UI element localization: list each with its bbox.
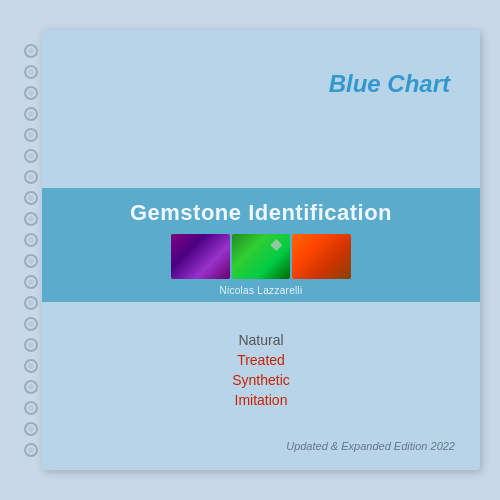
spiral-ring <box>24 380 38 394</box>
book-container: Blue Chart Gemstone Identification Nicol… <box>20 20 480 480</box>
spiral-ring <box>24 422 38 436</box>
spiral-ring <box>24 149 38 163</box>
spiral-ring <box>24 86 38 100</box>
spiral-ring <box>24 338 38 352</box>
top-section: Blue Chart <box>42 30 480 188</box>
spiral-ring <box>24 107 38 121</box>
gemstone-image-strip <box>171 234 351 279</box>
gemstone-image-green <box>232 234 291 279</box>
spiral-binding <box>20 30 42 470</box>
spiral-ring <box>24 65 38 79</box>
spiral-wrapper: Blue Chart Gemstone Identification Nicol… <box>20 30 480 470</box>
spiral-ring <box>24 233 38 247</box>
spiral-ring <box>24 275 38 289</box>
spiral-ring <box>24 191 38 205</box>
category-imitation: Imitation <box>235 392 288 408</box>
categories-list: Natural Treated Synthetic Imitation <box>72 332 450 408</box>
gemstone-image-red <box>292 234 351 279</box>
spiral-ring <box>24 44 38 58</box>
spiral-ring <box>24 443 38 457</box>
main-title: Gemstone Identification <box>130 200 392 226</box>
category-treated: Treated <box>237 352 285 368</box>
spiral-ring <box>24 359 38 373</box>
spiral-ring <box>24 128 38 142</box>
banner: Gemstone Identification Nicolas Lazzarel… <box>42 188 480 302</box>
spiral-ring <box>24 170 38 184</box>
edition-text: Updated & Expanded Edition 2022 <box>286 440 455 452</box>
author-name: Nicolas Lazzarelli <box>219 285 302 296</box>
spiral-ring <box>24 401 38 415</box>
category-natural: Natural <box>238 332 283 348</box>
book-cover: Blue Chart Gemstone Identification Nicol… <box>42 30 480 470</box>
spiral-ring <box>24 254 38 268</box>
spiral-ring <box>24 296 38 310</box>
gemstone-image-purple <box>171 234 230 279</box>
spiral-ring <box>24 317 38 331</box>
blue-chart-title: Blue Chart <box>329 70 450 98</box>
spiral-ring <box>24 212 38 226</box>
category-synthetic: Synthetic <box>232 372 290 388</box>
